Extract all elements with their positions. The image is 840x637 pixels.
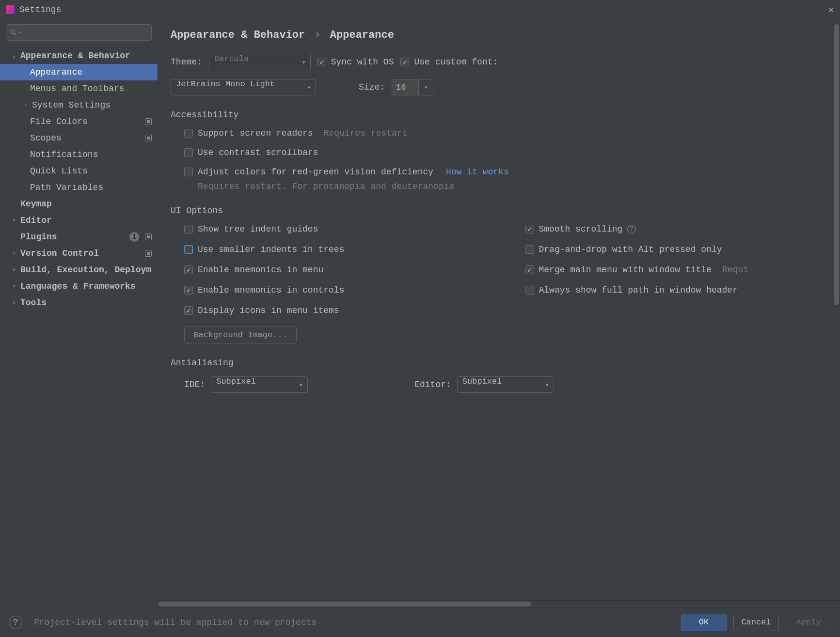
svg-point-0 [11,30,15,34]
app-logo-icon [6,5,15,14]
mnemonics-menu-checkbox[interactable] [184,265,193,274]
contrast-scrollbars-label: Use contrast scrollbars [198,148,318,157]
custom-font-checkbox[interactable] [400,58,409,66]
sidebar-item-keymap[interactable]: Keymap [0,196,158,212]
smooth-scrolling-checkbox[interactable] [525,225,534,233]
antialiasing-heading: Antialiasing [171,358,827,368]
breadcrumb: Appearance & Behavior › Appearance [171,29,827,41]
aa-ide-label: IDE: [184,380,205,389]
sidebar-item-label: Keymap [20,199,152,209]
aa-editor-label: Editor: [414,380,451,389]
chevron-down-icon: ⌄ [10,52,18,60]
theme-label: Theme: [171,57,202,67]
sidebar-item-label: Build, Execution, Deploym [20,265,152,275]
sidebar-item-appearance[interactable]: Appearance [0,64,158,80]
sidebar-item-label: Scopes [30,133,142,143]
sidebar-item-label: Menus and Toolbars [30,84,152,93]
mnemonics-controls-label: Enable mnemonics in controls [198,285,344,295]
close-icon[interactable]: ✕ [828,3,834,16]
sidebar-item-label: Version Control [20,249,142,258]
merge-menu-hint: Requi [722,265,748,275]
sidebar-item-build-execution-deploym[interactable]: ›Build, Execution, Deploym [0,262,158,278]
drag-alt-label: Drag-and-drop with Alt pressed only [539,245,722,254]
tree-indent-checkbox[interactable] [184,225,193,233]
merge-menu-checkbox[interactable] [525,265,534,274]
tree-indent-label: Show tree indent guides [198,224,318,234]
screen-readers-checkbox[interactable] [184,129,193,138]
sidebar-item-label: Tools [20,298,152,308]
contrast-scrollbars-checkbox[interactable] [184,148,193,157]
sidebar-item-label: Languages & Frameworks [20,281,152,291]
chevron-right-icon: › [10,283,18,290]
theme-select[interactable]: Darcula [209,54,311,70]
svg-line-1 [15,33,16,35]
aa-ide-select[interactable]: Subpixel [211,376,308,393]
display-icons-checkbox[interactable] [184,306,193,315]
full-path-label: Always show full path in window header [539,285,738,295]
accessibility-heading: Accessibility [171,110,827,120]
sidebar: ▾ ⌄Appearance & BehaviorAppearanceMenus … [0,19,158,607]
sidebar-item-version-control[interactable]: ›Version Control [0,245,158,262]
font-size-label: Size: [359,82,385,92]
apply-button[interactable]: Apply [786,614,831,631]
sidebar-item-label: File Colors [30,117,142,126]
full-path-checkbox[interactable] [525,286,534,295]
sidebar-item-menus-and-toolbars[interactable]: Menus and Toolbars [0,80,158,97]
info-icon[interactable]: ? [627,225,636,233]
mnemonics-controls-checkbox[interactable] [184,286,193,295]
background-image-button[interactable]: Background Image... [184,326,297,343]
project-level-icon [145,118,152,125]
ok-button[interactable]: OK [681,614,727,631]
sidebar-item-path-variables[interactable]: Path Variables [0,179,158,196]
sidebar-item-quick-lists[interactable]: Quick Lists [0,163,158,179]
ui-options-heading: UI Options [171,206,827,216]
sidebar-item-tools[interactable]: ›Tools [0,295,158,311]
font-select[interactable]: JetBrains Mono Light [171,79,316,95]
vertical-scrollbar[interactable] [833,24,840,446]
sidebar-item-label: Notifications [30,150,152,159]
chevron-right-icon: › [10,250,18,257]
sidebar-item-label: Appearance & Behavior [20,51,152,61]
sidebar-item-editor[interactable]: ›Editor [0,212,158,229]
chevron-right-icon: › [21,102,30,109]
font-size-input[interactable] [392,79,418,95]
restart-hint: Requires restart [324,128,408,138]
sidebar-item-label: Quick Lists [30,166,152,176]
adjust-colors-checkbox[interactable] [184,168,193,176]
smaller-indents-label: Use smaller indents in trees [198,245,344,254]
sidebar-item-appearance-behavior[interactable]: ⌄Appearance & Behavior [0,47,158,64]
sidebar-item-label: Path Variables [30,183,152,192]
smaller-indents-checkbox[interactable] [184,245,193,254]
sidebar-item-languages-frameworks[interactable]: ›Languages & Frameworks [0,278,158,295]
content-pane: Appearance & Behavior › Appearance Theme… [158,19,840,607]
project-level-icon [145,250,152,257]
project-level-icon [145,135,152,141]
search-icon [10,29,17,36]
sidebar-item-label: Appearance [30,67,152,77]
drag-alt-checkbox[interactable] [525,245,534,254]
search-input[interactable]: ▾ [6,24,152,41]
sidebar-item-system-settings[interactable]: ›System Settings [0,97,158,113]
chevron-right-icon: › [10,299,18,306]
custom-font-label: Use custom font: [414,57,498,67]
sidebar-item-file-colors[interactable]: File Colors [0,113,158,130]
footer-hint: Project-level settings will be applied t… [34,618,674,627]
sidebar-item-scopes[interactable]: Scopes [0,130,158,146]
how-it-works-link[interactable]: How it works [446,167,509,177]
adjust-colors-hint: Requires restart. For protanopia and deu… [198,182,827,191]
aa-editor-select[interactable]: Subpixel [457,376,554,393]
horizontal-scrollbar[interactable] [158,600,840,607]
chevron-right-icon: › [314,29,320,41]
breadcrumb-page: Appearance [330,29,394,41]
sidebar-item-notifications[interactable]: Notifications [0,146,158,163]
display-icons-label: Display icons in menu items [198,306,339,315]
cancel-button[interactable]: Cancel [733,614,779,631]
sidebar-item-plugins[interactable]: Plugins1 [0,229,158,245]
sync-os-checkbox[interactable] [317,58,326,66]
font-size-stepper[interactable]: ▾ [392,79,433,95]
breadcrumb-group: Appearance & Behavior [171,29,305,41]
chevron-right-icon: › [10,217,18,224]
chevron-right-icon: › [10,266,18,273]
help-icon[interactable]: ? [9,616,22,629]
chevron-down-icon[interactable]: ▾ [418,79,433,95]
